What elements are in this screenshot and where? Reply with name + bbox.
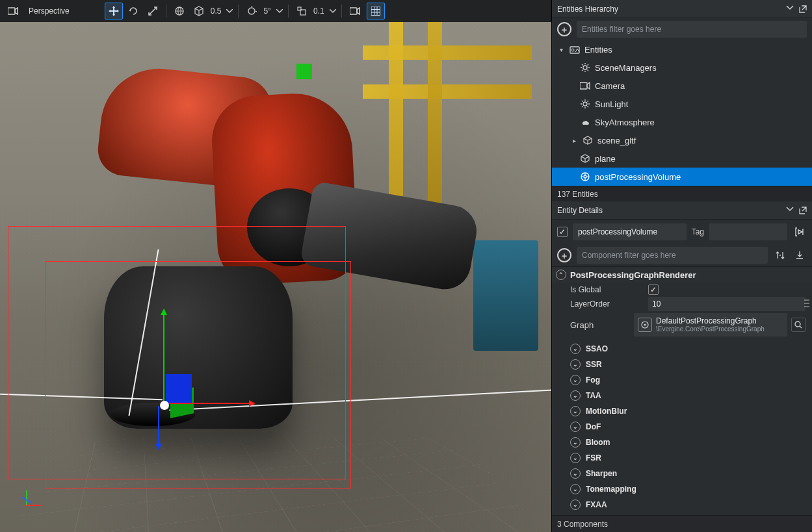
effect-ssr[interactable]: ⌄SSR [552,357,812,372]
hierarchy-item-sunlight[interactable]: SunLight [552,95,812,113]
effect-sharpen[interactable]: ⌄Sharpen [552,466,812,481]
grid-toggle-button[interactable] [367,3,385,19]
hierarchy-item-label: SceneManagers [595,63,657,73]
viewport[interactable]: Perspective 0.5 [0,0,551,532]
gizmo-axis-x[interactable] [169,403,254,404]
rotation-snap-button[interactable] [242,3,261,19]
effect-motionblur[interactable]: ⌄MotionBlur [552,403,812,419]
graph-path: \Evergine.Core\PostProcessingGraph [656,325,765,333]
scale-step-value[interactable]: 0.1 [312,6,327,16]
gizmo-axis-y[interactable] [163,310,164,401]
component-name: PostProcessingGraphRenderer [570,270,696,280]
effect-fsr[interactable]: ⌄FSR [552,450,812,466]
chevron-down-icon[interactable]: ⌄ [570,453,581,463]
chevron-down-icon[interactable]: ⌄ [570,422,581,432]
cube-icon [579,153,591,164]
locate-icon[interactable] [792,225,807,239]
chevron-down-icon[interactable] [328,3,337,19]
side-panels: Entities Hierarchy + ▾ Entities SceneMan… [551,0,812,532]
svg-rect-9 [580,82,587,89]
import-icon[interactable] [792,248,807,262]
chevron-down-icon[interactable]: ⌄ [570,500,581,510]
hierarchy-item-scene-gltf[interactable]: ▸ scene_gltf [552,131,812,149]
gizmo-axis-z[interactable] [158,406,159,448]
prop-label: LayerOrder [570,299,648,309]
pivot-group: 0.5 [170,3,235,19]
hierarchy-item-label: scene_gltf [597,136,636,146]
component-header[interactable]: ⌃ PostProcessingGraphRenderer [552,266,812,283]
graph-name: DefaultPostProcessingGraph [656,316,765,325]
chevron-down-icon[interactable]: ⌄ [570,359,581,370]
chevron-down-icon[interactable]: ⌄ [570,437,581,448]
chevron-down-icon[interactable]: ⌄ [570,375,581,385]
scale-snap-button[interactable] [293,3,311,19]
chevron-down-icon[interactable] [225,3,234,19]
effect-ssao[interactable]: ⌄SSAO [552,341,812,357]
chevron-down-icon[interactable] [786,207,794,214]
svg-point-2 [248,8,255,14]
is-global-checkbox[interactable] [648,285,659,295]
sort-icon[interactable] [773,248,787,262]
popout-icon[interactable] [799,207,807,214]
hierarchy-item-plane[interactable]: plane [552,149,812,168]
graph-icon [638,318,652,332]
twisty-icon[interactable]: ▸ [570,137,578,144]
viewport-toolbar: Perspective 0.5 [0,0,551,22]
browse-asset-button[interactable] [791,318,805,332]
collapse-icon[interactable]: ⌃ [556,270,566,280]
details-panel-header[interactable]: Entity Details [552,201,812,220]
hierarchy-item-camera[interactable]: Camera [552,77,812,95]
svg-point-15 [795,322,800,327]
tag-field[interactable] [709,223,787,240]
chevron-down-icon[interactable] [786,5,794,13]
layer-order-field[interactable] [648,297,805,311]
effect-tonemapping[interactable]: ⌄Tonemapping [552,481,812,497]
scale-tool-button[interactable] [144,3,162,19]
hierarchy-item-label: Camera [595,81,625,91]
rotate-step-value[interactable]: 5° [262,6,273,16]
cloud-icon [579,116,591,128]
entity-enabled-checkbox[interactable] [557,227,568,237]
hierarchy-tree[interactable]: ▾ Entities SceneManagers Camera SunLight… [552,40,812,186]
chevron-down-icon[interactable]: ⌄ [570,484,581,494]
hierarchy-filter-row: + [552,18,812,40]
prop-label: Graph [570,320,630,330]
camera-mode-label[interactable]: Perspective [25,6,73,16]
effect-taa[interactable]: ⌄TAA [552,388,812,403]
effect-fog[interactable]: ⌄Fog [552,372,812,388]
gizmo-origin[interactable] [160,401,169,410]
twisty-icon[interactable]: ▾ [557,46,565,53]
chevron-down-icon[interactable] [275,3,284,19]
transform-step-value[interactable]: 0.5 [209,6,224,16]
add-component-button[interactable]: + [557,248,571,262]
effect-fxaa[interactable]: ⌄FXAA [552,497,812,513]
camera-options-button[interactable] [346,3,364,19]
details-body: Tag + ⌃ PostProcessingGraphRenderer Is G… [552,220,812,515]
effect-bloom[interactable]: ⌄Bloom [552,435,812,450]
entity-name-field[interactable] [573,223,687,240]
hierarchy-item-skyatmosphere[interactable]: SkyAtmosphere [552,113,812,131]
camera-icon[interactable] [4,3,22,19]
move-tool-button[interactable] [105,3,123,19]
add-entity-button[interactable]: + [557,22,571,36]
pivot-button[interactable] [190,3,208,19]
entities-root-label: Entities [584,45,612,55]
orientation-axis-icon [20,487,46,513]
gizmo-plane-blue[interactable] [166,374,192,404]
rotate-tool-button[interactable] [124,3,142,19]
hierarchy-item-postprocessingvolume[interactable]: postProcessingVolume [552,168,812,186]
component-filter-input[interactable] [577,247,768,264]
world-space-button[interactable] [170,3,189,19]
chevron-down-icon[interactable]: ⌄ [570,390,581,401]
hierarchy-filter-input[interactable] [577,21,807,38]
entities-root[interactable]: ▾ Entities [552,40,812,58]
hierarchy-panel-header[interactable]: Entities Hierarchy [552,0,812,18]
chevron-down-icon[interactable]: ⌄ [570,344,581,354]
popout-icon[interactable] [799,5,807,13]
chevron-down-icon[interactable]: ⌄ [570,468,581,479]
hierarchy-item-scenemanagers[interactable]: SceneManagers [552,58,812,77]
hierarchy-item-label: SkyAtmosphere [595,118,655,127]
chevron-down-icon[interactable]: ⌄ [570,406,581,416]
graph-asset-box[interactable]: DefaultPostProcessingGraph \Evergine.Cor… [634,313,787,336]
effect-dof[interactable]: ⌄DoF [552,419,812,435]
